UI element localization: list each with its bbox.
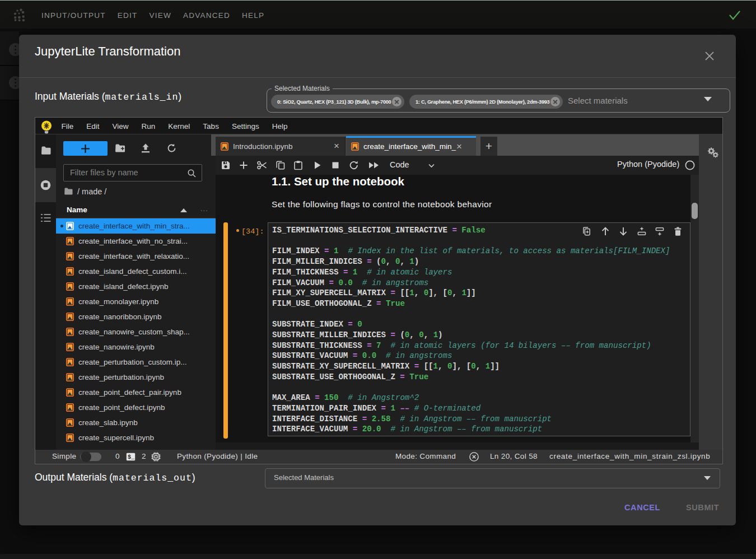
svg-text:$_: $_ bbox=[128, 454, 135, 460]
